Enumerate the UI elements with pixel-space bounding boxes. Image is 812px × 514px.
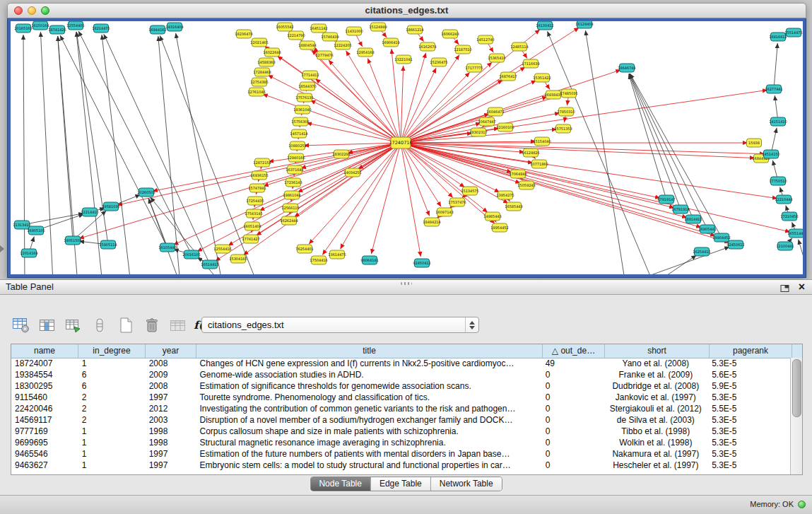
- graph-node[interactable]: 18904452: [712, 233, 730, 242]
- graph-node[interactable]: 10647447: [478, 117, 495, 126]
- graph-edge[interactable]: [58, 36, 73, 240]
- graph-edge[interactable]: [102, 35, 131, 274]
- graph-node[interactable]: 15514475: [784, 28, 802, 37]
- graph-edge[interactable]: [401, 72, 470, 143]
- graph-edge[interactable]: [216, 143, 401, 261]
- graph-node[interactable]: 17576135: [295, 93, 313, 102]
- graph-node[interactable]: 16791914: [671, 205, 689, 214]
- graph-node[interactable]: 17284468: [253, 68, 271, 76]
- float-panel-icon[interactable]: [780, 283, 789, 291]
- graph-node[interactable]: 12160109: [496, 123, 514, 132]
- graph-edge[interactable]: [329, 60, 401, 143]
- graph-node[interactable]: 18661214: [406, 25, 423, 34]
- graph-node[interactable]: 18741426: [48, 25, 66, 34]
- graph-edge[interactable]: [315, 78, 401, 143]
- graph-node[interactable]: 16105440: [158, 243, 176, 252]
- show-columns-icon[interactable]: [37, 315, 57, 336]
- delete-table-icon[interactable]: [142, 315, 162, 336]
- graph-node[interactable]: 12485114: [510, 42, 528, 51]
- graph-node[interactable]: 67919147: [657, 195, 675, 204]
- graph-node[interactable]: 14512740: [476, 35, 494, 44]
- table-selector-dropdown[interactable]: citations_edges.txt: [201, 317, 479, 333]
- graph-node[interactable]: 16905105: [27, 226, 45, 235]
- graph-node[interactable]: 12210444: [775, 195, 792, 204]
- graph-edge[interactable]: [401, 143, 765, 154]
- close-button[interactable]: [14, 6, 23, 15]
- tab-edge-table[interactable]: Edge Table: [370, 477, 430, 491]
- graph-node[interactable]: 18544370: [298, 82, 316, 90]
- graph-edge[interactable]: [629, 74, 666, 199]
- graph-edge[interactable]: [263, 94, 401, 143]
- graph-edge[interactable]: [60, 35, 167, 247]
- graph-node[interactable]: 15938: [747, 139, 762, 147]
- graph-node[interactable]: 12940166: [287, 153, 305, 162]
- graph-node[interactable]: 17543145: [245, 209, 262, 218]
- graph-node[interactable]: 17210456: [780, 212, 798, 221]
- graph-node[interactable]: 15747841: [248, 184, 266, 192]
- graph-node[interactable]: 16906419: [382, 38, 399, 47]
- graph-node[interactable]: 17254435: [246, 197, 264, 205]
- graph-node[interactable]: 16097143: [435, 208, 453, 216]
- graph-node[interactable]: 20260503: [137, 188, 155, 197]
- graph-node[interactable]: 16514415: [201, 260, 218, 269]
- graph-edge[interactable]: [104, 34, 210, 264]
- graph-node[interactable]: 17116639: [522, 59, 539, 68]
- graph-node[interactable]: 14316404: [165, 23, 183, 31]
- graph-node[interactable]: 12566115: [281, 204, 299, 212]
- graph-edge[interactable]: [310, 100, 401, 143]
- memory-indicator[interactable]: [798, 501, 806, 508]
- graph-edge[interactable]: [371, 143, 401, 254]
- rows-icon[interactable]: [90, 315, 110, 336]
- graph-node[interactable]: 20165163: [14, 24, 32, 33]
- graph-node[interactable]: 15154040: [533, 137, 551, 146]
- graph-node[interactable]: 15134575: [461, 187, 478, 195]
- table-row[interactable]: 911546021997Tourette syndrome. Phenomeno…: [11, 392, 791, 403]
- graph-node[interactable]: 18494214: [423, 218, 440, 226]
- graph-node[interactable]: 15365410: [488, 54, 505, 62]
- graph-node[interactable]: 16055542: [276, 23, 293, 31]
- splitter-handle[interactable]: [401, 282, 412, 285]
- graph-node[interactable]: 18236478: [235, 30, 252, 38]
- graph-node[interactable]: 16451142: [310, 24, 327, 33]
- graph-node[interactable]: 10771860: [530, 160, 548, 168]
- network-canvas[interactable]: 1724071618236478120214651602264814588368…: [11, 21, 803, 274]
- graph-node[interactable]: 12100441: [776, 242, 794, 250]
- graph-node[interactable]: 16150164: [31, 21, 49, 30]
- vertical-scrollbar[interactable]: [790, 358, 802, 474]
- new-column-icon[interactable]: [64, 315, 83, 336]
- graph-node[interactable]: 12779476: [315, 51, 333, 59]
- graph-node[interactable]: 18914412: [684, 215, 702, 223]
- window-titlebar[interactable]: citations_edges.txt: [7, 3, 806, 18]
- graph-node[interactable]: 12554405: [66, 21, 84, 30]
- graph-edge[interactable]: [158, 36, 180, 274]
- column-header-short[interactable]: short: [605, 344, 710, 358]
- column-header-in-degree[interactable]: in_degree: [78, 344, 146, 358]
- graph-node[interactable]: 16876417: [499, 72, 517, 81]
- table-row[interactable]: 1938455462009Genome-wide association stu…: [11, 369, 791, 380]
- graph-edge[interactable]: [23, 35, 25, 274]
- graph-edge[interactable]: [799, 240, 803, 274]
- new-table-icon[interactable]: [116, 315, 136, 336]
- graph-edge[interactable]: [401, 143, 729, 243]
- graph-node[interactable]: 16046471: [486, 107, 504, 116]
- graph-node[interactable]: 12187510: [454, 45, 471, 54]
- graph-node[interactable]: 16585443: [505, 202, 522, 211]
- graph-node[interactable]: 14514150: [762, 150, 779, 158]
- graph-node[interactable]: 16066243: [441, 30, 459, 38]
- graph-node[interactable]: 18954452: [490, 223, 508, 232]
- graph-node[interactable]: 13221041: [394, 55, 412, 64]
- graph-node[interactable]: 12754385: [250, 78, 268, 86]
- table-row[interactable]: 946554611997Estimation of the future num…: [11, 448, 791, 460]
- graph-node[interactable]: 17504416: [310, 256, 327, 264]
- graph-node[interactable]: 16371648: [286, 165, 303, 174]
- graph-edge[interactable]: [401, 143, 508, 204]
- graph-node[interactable]: 19581030: [102, 202, 119, 211]
- graph-node[interactable]: 12224205: [334, 41, 351, 49]
- graph-edge[interactable]: [401, 143, 687, 218]
- graph-node[interactable]: 17537476: [448, 198, 466, 206]
- graph-node[interactable]: 15124849: [369, 23, 387, 31]
- graph-node[interactable]: 15351422: [533, 74, 551, 82]
- graph-node[interactable]: 16254415: [693, 247, 710, 256]
- graph-node[interactable]: 17850310: [557, 107, 575, 116]
- column-header-name[interactable]: name: [11, 344, 78, 358]
